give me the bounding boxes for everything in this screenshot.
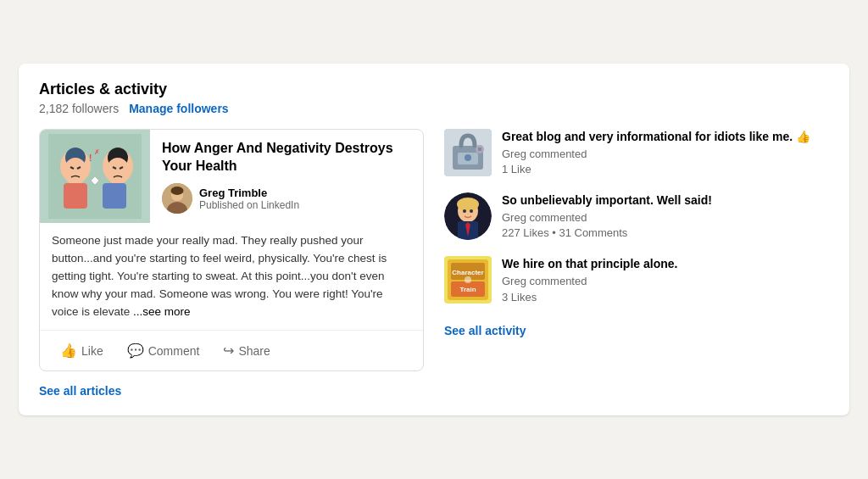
articles-activity-card: Articles & activity 2,182 followers Mana…: [19, 64, 849, 415]
svg-point-29: [457, 198, 479, 211]
activity-text-2: So unbelievably important. Well said! Gr…: [502, 192, 829, 241]
author-name: Greg Trimble: [199, 187, 299, 199]
author-avatar: [162, 183, 192, 214]
activity-text-1: Great blog and very informational for id…: [502, 129, 829, 177]
author-published: Published on LinkedIn: [199, 199, 299, 211]
activity-meta-1: Greg commented 1 Like: [502, 147, 829, 177]
svg-text:✗: ✗: [94, 148, 100, 156]
svg-point-3: [64, 158, 87, 185]
activity-item-3: Character Train We hire on that principl…: [444, 256, 829, 304]
svg-point-32: [463, 209, 466, 213]
activity-item: Great blog and very informational for id…: [444, 129, 829, 177]
svg-point-19: [171, 187, 184, 195]
like-label: Like: [81, 344, 103, 358]
activity-title-3: We hire on that principle alone.: [502, 256, 829, 272]
activity-text-3: We hire on that principle alone. Greg co…: [502, 256, 829, 304]
svg-point-10: [106, 158, 130, 185]
activity-thumb-2: [444, 192, 492, 240]
article-info: How Anger And Negativity Destroys Your H…: [150, 130, 423, 225]
comment-label: Comment: [148, 344, 200, 358]
like-icon: 👍: [60, 343, 77, 359]
manage-followers-link[interactable]: Manage followers: [129, 102, 228, 115]
share-label: Share: [238, 344, 270, 358]
see-all-activity-link[interactable]: See all activity: [444, 324, 829, 337]
activity-meta-2: Greg commented 227 Likes • 31 Comments: [502, 210, 829, 241]
article-actions: 👍 Like 💬 Comment ↪ Share: [40, 330, 423, 370]
article-image: ! ✗: [40, 130, 150, 223]
activity-thumb-3: Character Train: [444, 256, 492, 304]
section-title: Articles & activity: [39, 81, 829, 98]
svg-rect-13: [64, 183, 87, 209]
comment-icon: 💬: [127, 343, 144, 359]
activity-meta-3: Greg commented 3 Likes: [502, 274, 829, 304]
activity-title-1: Great blog and very informational for id…: [502, 129, 829, 145]
article-section: ! ✗: [39, 129, 424, 398]
article-title: How Anger And Negativity Destroys Your H…: [162, 140, 411, 175]
share-button[interactable]: ↪ Share: [211, 337, 281, 364]
followers-count: 2,182 followers: [39, 102, 119, 115]
svg-rect-14: [103, 183, 126, 209]
activity-item-2: So unbelievably important. Well said! Gr…: [444, 192, 829, 241]
comment-button[interactable]: 💬 Comment: [115, 337, 212, 364]
activity-title-2: So unbelievably important. Well said!: [502, 192, 829, 209]
activity-section: Great blog and very informational for id…: [444, 129, 829, 398]
svg-point-24: [465, 154, 471, 161]
svg-point-40: [465, 276, 471, 283]
svg-point-33: [470, 209, 473, 213]
svg-rect-26: [478, 148, 481, 151]
svg-text:Train: Train: [459, 286, 476, 293]
see-more[interactable]: ...see more: [133, 305, 191, 318]
article-card: ! ✗: [39, 129, 424, 371]
activity-thumb-1: [444, 129, 492, 176]
see-all-articles-link[interactable]: See all articles: [39, 384, 121, 398]
like-button[interactable]: 👍 Like: [48, 337, 115, 364]
svg-text:!: !: [89, 153, 92, 163]
author-details: Greg Trimble Published on LinkedIn: [199, 187, 299, 211]
share-icon: ↪: [223, 343, 234, 359]
article-body: Someone just made your really mad. They …: [40, 224, 423, 330]
svg-text:Character: Character: [452, 269, 483, 276]
